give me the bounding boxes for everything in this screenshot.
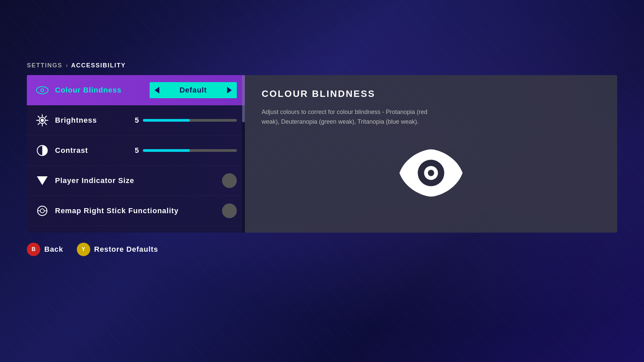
restore-defaults-label: Restore Defaults xyxy=(94,245,158,254)
stick-icon xyxy=(35,204,50,217)
bottom-controls: B Back Y Restore Defaults xyxy=(27,243,617,256)
svg-line-13 xyxy=(45,116,47,117)
contrast-icon xyxy=(35,144,50,157)
svg-marker-4 xyxy=(227,87,232,94)
brightness-slider-track[interactable] xyxy=(143,119,237,122)
detail-title: COLOUR BLINDNESS xyxy=(262,88,600,99)
setting-row-remap-lb-rb[interactable]: LT RT LB RB Remap LB/RB and LT/RT xyxy=(27,226,245,233)
setting-row-remap-right-stick[interactable]: Remap Right Stick Functionality xyxy=(27,196,245,226)
contrast-slider-fill xyxy=(143,149,190,152)
scrollbar[interactable] xyxy=(242,75,245,233)
svg-point-18 xyxy=(40,209,44,213)
detail-icon-area xyxy=(262,127,600,219)
restore-button-circle: Y xyxy=(77,243,90,256)
settings-panel: Colour Blindness Default xyxy=(27,75,245,233)
detail-eye-icon xyxy=(397,146,465,200)
contrast-value: 5 xyxy=(132,146,139,155)
dropdown-prev-button[interactable] xyxy=(150,82,164,98)
contrast-slider-track[interactable] xyxy=(143,149,237,152)
brightness-value: 5 xyxy=(132,116,139,125)
detail-description: Adjust colours to correct for colour bli… xyxy=(262,107,429,127)
breadcrumb-current: ACCESSIBILITY xyxy=(71,62,126,69)
breadcrumb-settings: SETTINGS xyxy=(27,62,62,69)
brightness-slider-fill xyxy=(143,119,190,122)
svg-point-2 xyxy=(41,89,43,91)
colour-blindness-dropdown[interactable]: Default xyxy=(150,82,237,98)
player-indicator-size-toggle[interactable] xyxy=(222,173,237,188)
back-button-label: Back xyxy=(44,245,63,254)
brightness-icon xyxy=(35,114,50,127)
svg-line-11 xyxy=(38,116,40,117)
triangle-icon xyxy=(35,174,50,187)
breadcrumb: SETTINGS › ACCESSIBILITY xyxy=(27,62,617,69)
restore-defaults-button[interactable]: Y Restore Defaults xyxy=(77,243,158,256)
settings-list: Colour Blindness Default xyxy=(27,75,245,233)
remap-right-stick-label: Remap Right Stick Functionality xyxy=(55,206,222,215)
back-button-circle: B xyxy=(27,243,40,256)
panels-container: Colour Blindness Default xyxy=(27,75,617,233)
svg-point-6 xyxy=(41,119,44,122)
restore-button-icon: Y xyxy=(82,246,85,252)
setting-row-contrast[interactable]: Contrast 5 xyxy=(27,135,245,166)
scrollbar-thumb[interactable] xyxy=(242,75,245,122)
svg-line-12 xyxy=(45,123,47,124)
setting-row-player-indicator-size[interactable]: Player Indicator Size xyxy=(27,166,245,196)
detail-panel: COLOUR BLINDNESS Adjust colours to corre… xyxy=(245,75,617,233)
breadcrumb-separator: › xyxy=(66,62,68,69)
contrast-slider-control: 5 xyxy=(132,146,237,155)
eye-icon xyxy=(35,84,50,97)
contrast-label: Contrast xyxy=(55,146,132,155)
svg-line-14 xyxy=(38,123,40,124)
back-button-icon: B xyxy=(32,246,36,252)
setting-row-colour-blindness[interactable]: Colour Blindness Default xyxy=(27,75,245,105)
back-button[interactable]: B Back xyxy=(27,243,63,256)
svg-marker-3 xyxy=(155,87,159,94)
colour-blindness-label: Colour Blindness xyxy=(55,86,150,95)
dropdown-next-button[interactable] xyxy=(222,82,237,98)
player-indicator-size-label: Player Indicator Size xyxy=(55,176,222,185)
remap-right-stick-toggle[interactable] xyxy=(222,203,237,218)
brightness-slider-control: 5 xyxy=(132,116,237,125)
setting-row-brightness[interactable]: Brightness 5 xyxy=(27,105,245,135)
svg-point-31 xyxy=(428,170,434,176)
dropdown-value: Default xyxy=(164,86,222,95)
brightness-label: Brightness xyxy=(55,116,132,125)
main-content: SETTINGS › ACCESSIBILITY Colour Blindnes… xyxy=(0,0,644,362)
svg-marker-16 xyxy=(37,176,48,185)
